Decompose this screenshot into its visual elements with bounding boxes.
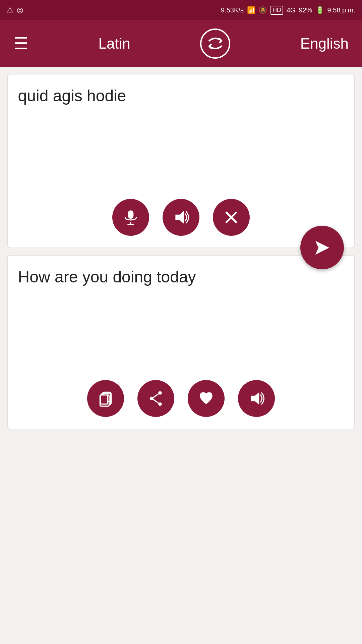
- status-bar-right: 9.53K/s 📶 🔕 HD 4G 92% 🔋 9:58 p.m.: [221, 6, 355, 15]
- mute-icon: 🔕: [259, 6, 267, 14]
- hd-icon: HD: [270, 6, 283, 15]
- speak-output-button[interactable]: [238, 380, 275, 417]
- send-icon: [313, 238, 331, 257]
- target-language-label: English: [300, 35, 349, 52]
- microphone-icon: [122, 209, 139, 226]
- menu-button[interactable]: ☰: [13, 35, 28, 52]
- volume-icon: [248, 390, 265, 407]
- share-icon: [147, 390, 164, 407]
- battery-icon: 🔋: [316, 6, 324, 14]
- swap-languages-button[interactable]: [200, 29, 230, 59]
- status-bar-left: ⚠ ◎: [7, 6, 23, 14]
- output-controls: [15, 377, 348, 422]
- clock: 9:58 p.m.: [327, 6, 355, 14]
- favorite-button[interactable]: [188, 380, 225, 417]
- close-icon: [223, 209, 240, 226]
- svg-marker-6: [315, 240, 329, 254]
- svg-marker-19: [251, 392, 259, 405]
- speaker-icon: [173, 209, 189, 226]
- input-controls: [15, 196, 348, 241]
- svg-point-14: [158, 391, 162, 394]
- clear-button[interactable]: [213, 199, 250, 236]
- input-panel: [7, 74, 355, 248]
- microphone-button[interactable]: [112, 199, 149, 236]
- source-language-label: Latin: [98, 35, 130, 52]
- sync-icon: [206, 35, 225, 53]
- svg-marker-3: [175, 211, 184, 224]
- translate-button[interactable]: [300, 226, 344, 269]
- heart-icon: [198, 390, 215, 407]
- output-panel: How are you doing today: [7, 255, 355, 429]
- svg-point-16: [150, 397, 153, 400]
- network-speed: 9.53K/s: [221, 6, 244, 14]
- svg-line-17: [154, 394, 159, 397]
- source-text-input[interactable]: [15, 81, 348, 133]
- copy-button[interactable]: [87, 380, 124, 417]
- signal-icon: 4G: [287, 6, 296, 14]
- wifi-icon: 📶: [247, 6, 255, 14]
- copy-icon: [97, 390, 114, 407]
- svg-rect-13: [101, 395, 108, 404]
- app-header: ☰ Latin English: [0, 20, 362, 67]
- target-language-button[interactable]: English: [300, 35, 349, 52]
- status-bar: ⚠ ◎ 9.53K/s 📶 🔕 HD 4G 92% 🔋 9:58 p.m.: [0, 0, 362, 20]
- svg-point-15: [158, 402, 162, 406]
- svg-rect-0: [128, 210, 134, 219]
- svg-line-18: [154, 399, 159, 403]
- share-button[interactable]: [137, 380, 174, 417]
- circle-icon: ◎: [17, 6, 23, 14]
- warning-icon: ⚠: [7, 6, 13, 14]
- source-language-button[interactable]: Latin: [98, 35, 130, 52]
- main-content: How are you doing today: [0, 67, 362, 644]
- speak-source-button[interactable]: [163, 199, 199, 236]
- hamburger-icon: ☰: [13, 34, 28, 53]
- translated-text: How are you doing today: [15, 262, 348, 291]
- battery-percent: 92%: [299, 6, 312, 14]
